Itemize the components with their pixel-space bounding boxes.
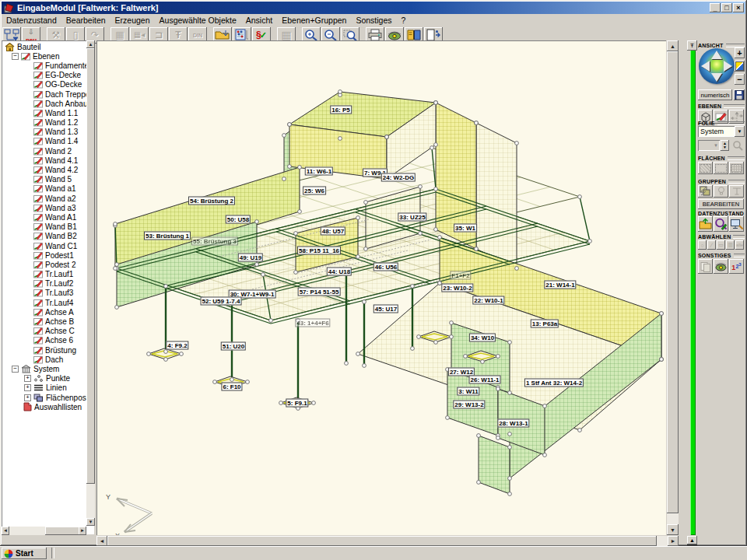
tree-item-dach-anbau[interactable]: Dach Anbau — [2, 99, 86, 108]
tree-item-wand-1.3[interactable]: Wand 1.3 — [2, 128, 86, 137]
tree-item-wand-1.2[interactable]: Wand 1.2 — [2, 118, 86, 128]
model-viewport[interactable]: YX 16: P511: W6-17: W9.124: W2-DG25: W65… — [96, 40, 666, 535]
tree-item-wand-5[interactable]: Wand 5 — [2, 175, 86, 184]
tree-item-achse-6[interactable]: Achse 6 — [2, 336, 86, 345]
model-label[interactable]: 29: W13-2 — [453, 401, 485, 409]
tree-item-achse-c[interactable]: Achse C — [2, 327, 86, 336]
data-screen-button[interactable] — [729, 216, 744, 232]
canvas-scroll-down-button[interactable]: ▼ — [667, 524, 679, 535]
menu-item-bearbeiten[interactable]: Bearbeiten — [62, 15, 110, 26]
tree-item-wand-b1[interactable]: Wand B1 — [2, 222, 86, 232]
zoom-split-button[interactable] — [735, 61, 745, 72]
menu-item-erzeugen[interactable]: Erzeugen — [111, 15, 154, 26]
title-bar[interactable]: EingabeModul [Faltwerk: Faltwerk] _ □ × — [2, 2, 745, 14]
folie-spinner[interactable]: ▲▼ — [721, 140, 729, 151]
menu-item-ausgew-hlte-objekte[interactable]: Ausgewählte Objekte — [156, 15, 240, 26]
tree-scroll-up-button[interactable]: ▲ — [86, 40, 95, 48]
model-label[interactable]: 1 Stf Ant 32: W14-2 — [524, 379, 584, 387]
canvas-hscrollbar-thumb[interactable] — [107, 536, 657, 546]
model-label[interactable]: 46: U56 — [374, 263, 398, 271]
tree-item-og-decke[interactable]: OG-Decke — [2, 80, 86, 89]
tree-item-wand-a1[interactable]: Wand A1 — [2, 212, 86, 222]
model-label[interactable]: 57: P14 51-55 — [298, 288, 341, 296]
menu-item-ansicht[interactable]: Ansicht — [242, 15, 276, 26]
tree-item-wand-a2[interactable]: Wand a2 — [2, 194, 86, 203]
model-label[interactable]: 35: W1 — [454, 224, 477, 233]
tree-item-wand-b2[interactable]: Wand B2 — [2, 232, 86, 241]
minimize-button[interactable]: _ — [710, 3, 721, 12]
tree-item-dach-treppenha[interactable]: Dach Treppenha — [2, 89, 86, 99]
model-label[interactable]: 48: U57 — [321, 227, 345, 236]
folie-select[interactable]: System — [698, 126, 735, 137]
rotate-left-button[interactable] — [701, 61, 710, 72]
canvas-horizontal-scrollbar[interactable]: ◄ ► — [96, 536, 679, 546]
start-button[interactable]: Start — [2, 548, 47, 559]
model-label[interactable]: 53: Brüstung 1 — [144, 232, 191, 240]
tree-group-ebenen[interactable]: −Ebenen — [2, 51, 86, 61]
model-label[interactable]: 33: UZ25 — [398, 213, 426, 222]
zoom-in-button[interactable]: + — [735, 47, 745, 58]
tree-scrollbar-thumb[interactable] — [86, 48, 95, 484]
tree-item-wand-4.2[interactable]: Wand 4.2 — [2, 165, 86, 174]
tree-item-tr.lauf4[interactable]: Tr.Lauf4 — [2, 298, 86, 307]
tree-item-fl-chenpositione[interactable]: +Flächenpositione — [2, 393, 86, 402]
tree-item-wand-a1[interactable]: Wand a1 — [2, 184, 86, 194]
area-hatch-button[interactable] — [698, 162, 713, 174]
deselect-point-button[interactable]: ○ — [698, 240, 707, 250]
rotate-down-button[interactable] — [711, 73, 722, 82]
group-lamp-button[interactable] — [714, 185, 728, 198]
model-label[interactable]: 44: U18 — [327, 268, 352, 276]
tree-item-br-stung[interactable]: Brüstung — [2, 345, 86, 355]
model-label[interactable]: 24: W2-DG — [381, 173, 416, 182]
tree-vertical-scrollbar[interactable]: ▲ ▼ — [86, 40, 95, 526]
zoom-out-button[interactable]: − — [735, 74, 745, 85]
model-label[interactable]: 22: W10-1 — [472, 296, 504, 305]
tree-item-wand-1.1[interactable]: Wand 1.1 — [2, 108, 86, 117]
canvas-scroll-right-button[interactable]: ► — [668, 536, 679, 546]
model-label[interactable]: F1+F2 — [450, 271, 471, 280]
model-label[interactable]: 3: W11 — [457, 387, 479, 396]
canvas-scroll-up-button[interactable]: ▲ — [667, 40, 679, 51]
tree-root-bauteil[interactable]: Bauteil — [2, 42, 86, 51]
model-label[interactable]: 55: Brüstung 3 — [191, 237, 238, 246]
tree-expander[interactable]: + — [24, 375, 31, 382]
misc-sheets-button[interactable] — [698, 259, 713, 274]
tree-item-auswahllisten[interactable]: Auswahllisten — [2, 402, 86, 411]
model-label[interactable]: 45: U17 — [374, 305, 398, 313]
tree-item-achse-a[interactable]: Achse A — [2, 307, 86, 317]
deselect-line-button[interactable]: ∕ — [707, 240, 716, 250]
model-label[interactable]: 23: W10-2 — [441, 284, 473, 292]
model-label[interactable]: 13: P63a — [531, 320, 559, 328]
model-label[interactable]: 34: W10 — [469, 334, 496, 342]
tree-item-wand-c1[interactable]: Wand C1 — [2, 241, 86, 250]
misc-numbers-button[interactable]: 123 — [729, 259, 744, 274]
tree-item-wand-1.4[interactable]: Wand 1.4 — [2, 137, 86, 146]
maximize-button[interactable]: □ — [721, 3, 732, 12]
model-label[interactable]: 4: F9.2 — [166, 341, 188, 350]
group-areas-button[interactable] — [698, 185, 713, 198]
tree-item-podest-2[interactable]: Podest 2 — [2, 260, 86, 269]
rotate-right-button[interactable] — [724, 61, 732, 72]
tree-item-dach[interactable]: Dach — [2, 355, 86, 364]
tree-item-wand-4.1[interactable]: Wand 4.1 — [2, 156, 86, 165]
rotate-up-button[interactable] — [711, 51, 722, 59]
canvas-scrollbar-thumb[interactable] — [667, 51, 679, 513]
model-label[interactable]: 21: W14-1 — [544, 281, 576, 289]
tree-item-wand-a3[interactable]: Wand a3 — [2, 203, 86, 212]
panel-eject-button[interactable]: ▲ — [687, 536, 697, 546]
tree-scroll-down-button[interactable]: ▼ — [86, 518, 95, 526]
tree-expander[interactable]: − — [12, 366, 19, 373]
tree-scroll-right-button[interactable]: ► — [79, 527, 86, 535]
canvas-vertical-scrollbar[interactable]: ▲ ▼ — [667, 40, 679, 535]
model-label[interactable]: 28: W13-1 — [497, 419, 529, 428]
data-inspect-button[interactable] — [714, 216, 728, 232]
model-label[interactable]: 49: U19 — [238, 254, 263, 262]
tree-group-system[interactable]: −System — [2, 364, 86, 373]
tree-scroll-left-button[interactable]: ◄ — [2, 527, 9, 535]
model-label[interactable]: 43: 1+4+F6 — [295, 319, 330, 327]
numeric-view-button[interactable]: numerisch — [698, 89, 732, 100]
tree-expander[interactable]: − — [12, 53, 19, 60]
misc-view-button[interactable] — [714, 259, 728, 274]
model-label[interactable]: 54: Brüstung 2 — [188, 197, 235, 205]
model-label[interactable]: 52: U59 1-7.4 — [201, 297, 242, 306]
